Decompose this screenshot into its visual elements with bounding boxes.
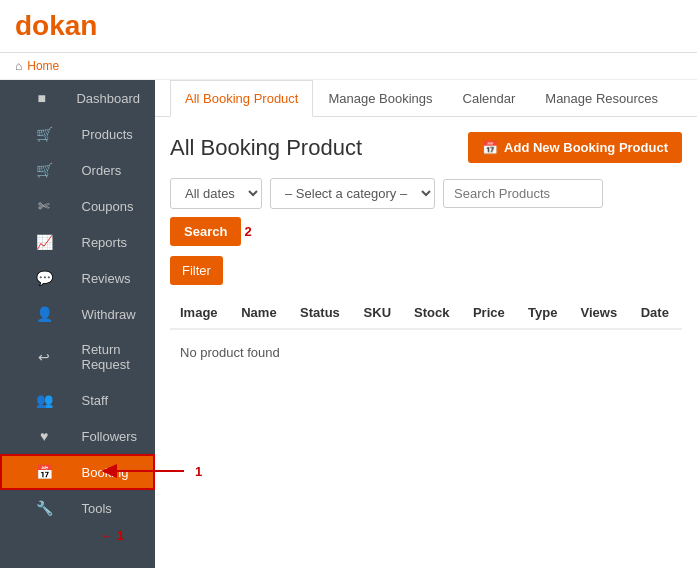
sidebar-item-label: Products [82,127,141,142]
sidebar: ■ Dashboard 🛒 Products 🛒 Orders ✄ Coupon… [0,80,155,568]
col-price: Price [463,297,518,329]
tab-calendar[interactable]: Calendar [448,80,531,117]
sidebar-item-products[interactable]: 🛒 Products [0,116,155,152]
tab-manage-bookings[interactable]: Manage Bookings [313,80,447,117]
page-title: All Booking Product [170,135,362,161]
reports-icon: 📈 [15,234,74,250]
logo: dokan [15,10,682,42]
add-button-label: Add New Booking Product [504,140,668,155]
booking-icon: 📅 [15,464,74,480]
sidebar-item-label: Tools [82,501,141,516]
tab-bar: All Booking Product Manage Bookings Cale… [155,80,697,117]
col-type: Type [518,297,571,329]
sidebar-item-label: Followers [82,429,141,444]
search-button[interactable]: Search [170,217,241,246]
followers-icon: ♥ [15,428,74,444]
date-filter[interactable]: All dates [170,178,262,209]
col-views: Views [571,297,631,329]
sidebar-item-orders[interactable]: 🛒 Orders [0,152,155,188]
annotation-number-2: 2 [244,224,251,239]
col-sku: SKU [354,297,404,329]
col-date: Date [631,297,682,329]
sidebar-item-label: Orders [82,163,141,178]
filter-button[interactable]: Filter [170,256,223,285]
sidebar-item-coupons[interactable]: ✄ Coupons [0,188,155,224]
table-header-row: Image Name Status SKU Stock Price Type V… [170,297,682,329]
tab-manage-resources[interactable]: Manage Resources [530,80,673,117]
withdraw-icon: 👤 [15,306,74,322]
empty-row: No product found [170,329,682,375]
sidebar-item-booking[interactable]: 📅 Booking [0,454,155,490]
breadcrumb: ⌂ Home [0,53,697,80]
products-icon: 🛒 [15,126,74,142]
category-filter[interactable]: – Select a category – [270,178,435,209]
reviews-icon: 💬 [15,270,74,286]
sidebar-item-dashboard[interactable]: ■ Dashboard [0,80,155,116]
main-content: All Booking Product Manage Bookings Cale… [155,80,697,568]
sidebar-item-label: Withdraw [82,307,141,322]
sidebar-item-staff[interactable]: 👥 Staff [0,382,155,418]
sidebar-item-reports[interactable]: 📈 Reports [0,224,155,260]
sidebar-item-return-request[interactable]: ↩ Return Request [0,332,155,382]
search-button-label: Search [184,224,227,239]
sidebar-item-label: Booking [82,465,141,480]
table-body: No product found [170,329,682,375]
col-name: Name [231,297,290,329]
sidebar-item-label: Staff [82,393,141,408]
breadcrumb-home-link[interactable]: Home [27,59,59,73]
header: dokan [0,0,697,53]
coupons-icon: ✄ [15,198,74,214]
empty-message: No product found [170,329,682,375]
tools-icon: 🔧 [15,500,74,516]
table: Image Name Status SKU Stock Price Type V… [170,297,682,375]
return-icon: ↩ [15,349,74,365]
sidebar-item-followers[interactable]: ♥ Followers [0,418,155,454]
logo-text: okan [32,10,97,41]
col-stock: Stock [404,297,463,329]
add-button-icon: 📅 [482,140,498,155]
tab-all-booking[interactable]: All Booking Product [170,80,313,117]
dashboard-icon: ■ [15,90,68,106]
sidebar-item-label: Coupons [82,199,141,214]
breadcrumb-home-icon: ⌂ [15,59,22,73]
content-header: All Booking Product 📅 Add New Booking Pr… [170,132,682,163]
sidebar-item-tools[interactable]: 🔧 Tools [0,490,155,526]
sidebar-item-label: Dashboard [76,91,140,106]
table-head: Image Name Status SKU Stock Price Type V… [170,297,682,329]
content-area: All Booking Product 📅 Add New Booking Pr… [155,117,697,390]
sidebar-item-reviews[interactable]: 💬 Reviews [0,260,155,296]
staff-icon: 👥 [15,392,74,408]
filter-row: All dates – Select a category – Search 2 [170,178,682,246]
filter-button-label: Filter [182,263,211,278]
add-new-booking-button[interactable]: 📅 Add New Booking Product [468,132,682,163]
main-layout: ■ Dashboard 🛒 Products 🛒 Orders ✄ Coupon… [0,80,697,568]
col-image: Image [170,297,231,329]
search-input[interactable] [443,179,603,208]
orders-icon: 🛒 [15,162,74,178]
logo-colored: d [15,10,32,41]
sidebar-item-label: Reviews [82,271,141,286]
sidebar-item-withdraw[interactable]: 👤 Withdraw [0,296,155,332]
col-status: Status [290,297,354,329]
sidebar-item-label: Reports [82,235,141,250]
sidebar-item-label: Return Request [82,342,141,372]
products-table: Image Name Status SKU Stock Price Type V… [170,297,682,375]
